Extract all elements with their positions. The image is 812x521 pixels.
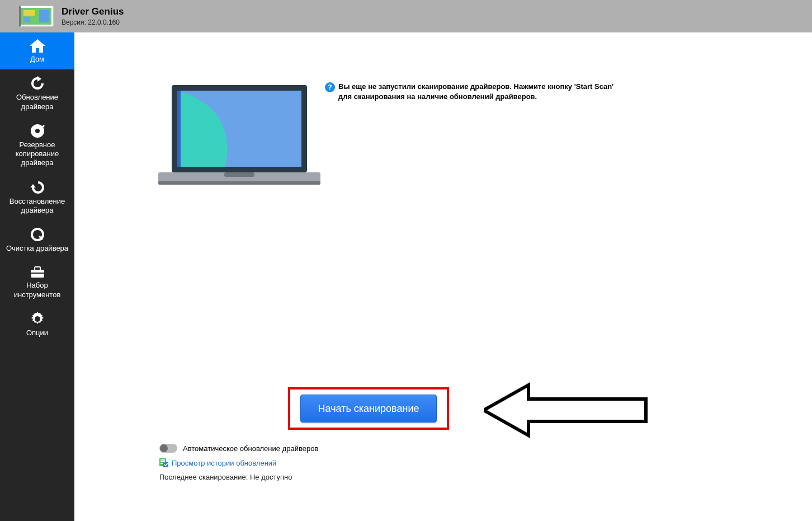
svg-rect-11	[31, 273, 44, 274]
titlebar: Driver Genius Версия: 22.0.0.160	[0, 0, 812, 32]
svg-rect-4	[39, 10, 49, 22]
svg-rect-18	[224, 172, 254, 177]
app-logo-icon	[19, 6, 54, 27]
sidebar-item-home[interactable]: Дом	[0, 32, 74, 69]
laptop-illustration-icon	[158, 85, 320, 191]
svg-point-12	[35, 317, 40, 321]
bottom-block: Автоматическое обновление драйверов Прос…	[159, 444, 318, 481]
svg-rect-22	[160, 461, 165, 462]
main-content: ? Вы еще не запустили сканирование драйв…	[74, 32, 812, 521]
history-icon	[30, 180, 45, 195]
sidebar-item-label: Дом	[2, 55, 72, 64]
disc-icon	[30, 124, 45, 138]
info-text: Вы еще не запустили сканирование драйвер…	[338, 82, 616, 101]
app-title: Driver Genius	[62, 6, 124, 17]
sidebar-item-label: Опции	[2, 328, 72, 337]
start-scan-button[interactable]: Начать сканирование	[300, 395, 437, 423]
history-row: Просмотр истории обновлений	[159, 458, 318, 467]
toggle-knob	[160, 444, 168, 452]
info-message: ? Вы еще не запустили сканирование драйв…	[325, 82, 616, 101]
toolbox-icon	[30, 265, 45, 279]
svg-rect-3	[23, 17, 30, 22]
sidebar-item-restore[interactable]: Восстановление драйвера	[0, 173, 74, 221]
sidebar-item-label: Очистка драйвера	[2, 244, 72, 253]
svg-marker-19	[484, 385, 646, 435]
history-list-icon	[159, 458, 168, 467]
app-version: Версия: 22.0.0.160	[62, 18, 124, 26]
svg-rect-2	[23, 10, 35, 16]
sidebar-item-label: Набор инструментов	[2, 281, 72, 299]
sidebar-item-label: Восстановление драйвера	[2, 197, 72, 215]
svg-rect-21	[160, 459, 165, 461]
svg-rect-15	[177, 91, 181, 167]
sidebar-item-backup[interactable]: Резервное копирование драйвера	[0, 117, 74, 173]
sidebar-item-label: Резервное копирование драйвера	[2, 140, 72, 168]
home-icon	[30, 39, 45, 53]
sidebar-item-update[interactable]: Обновление драйвера	[0, 69, 74, 117]
svg-rect-17	[158, 181, 320, 185]
auto-update-label: Автоматическое обновление драйверов	[183, 444, 318, 453]
cleanup-icon	[30, 227, 45, 242]
scan-button-highlight: Начать сканирование	[288, 387, 449, 430]
sidebar-item-options[interactable]: Опции	[0, 305, 74, 343]
sidebar-item-tools[interactable]: Набор инструментов	[0, 259, 74, 305]
svg-rect-10	[35, 267, 40, 270]
gear-icon	[30, 312, 45, 326]
svg-rect-8	[37, 187, 40, 188]
sidebar-item-label: Обновление драйвера	[2, 93, 72, 111]
sidebar: Дом Обновление драйвера Резервное копиро…	[0, 32, 74, 521]
help-icon: ?	[325, 82, 335, 92]
refresh-icon	[30, 76, 45, 91]
sidebar-item-cleanup[interactable]: Очистка драйвера	[0, 220, 74, 259]
svg-point-6	[35, 129, 40, 133]
titlebar-text: Driver Genius Версия: 22.0.0.160	[62, 6, 124, 26]
auto-update-toggle[interactable]	[159, 444, 177, 453]
last-scan-label: Последнее сканирование: Не доступно	[159, 473, 318, 481]
view-history-link[interactable]: Просмотр истории обновлений	[172, 459, 276, 467]
annotation-arrow-icon	[484, 382, 652, 438]
auto-update-row: Автоматическое обновление драйверов	[159, 444, 318, 453]
